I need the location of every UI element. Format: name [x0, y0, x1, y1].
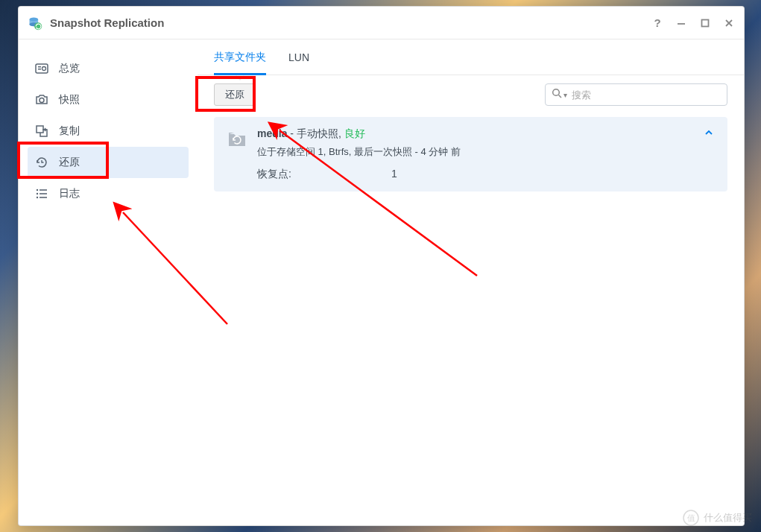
help-button[interactable]: ?	[651, 17, 663, 29]
watermark: 值 什么值得买	[683, 510, 752, 526]
window-title: Snapshot Replication	[50, 16, 651, 29]
camera-icon	[35, 93, 48, 107]
search-icon	[552, 88, 562, 101]
tab-lun[interactable]: LUN	[288, 39, 309, 75]
titlebar: Snapshot Replication ?	[19, 7, 744, 39]
folder-row[interactable]: media - 手动快照, 良好 位于存储空间 1, Btrfs, 最后一次快照…	[214, 117, 727, 191]
tab-label: LUN	[288, 51, 309, 63]
sidebar-item-label: 总览	[59, 62, 80, 75]
restore-button-label: 还原	[225, 88, 244, 101]
svg-point-11	[42, 67, 46, 71]
tabs: 共享文件夹 LUN	[198, 39, 744, 75]
caret-down-icon[interactable]: ▾	[563, 91, 567, 99]
svg-point-14	[37, 189, 38, 191]
svg-point-20	[553, 89, 560, 96]
svg-rect-13	[37, 126, 43, 133]
svg-line-21	[559, 95, 562, 98]
main-content: 共享文件夹 LUN 还原 ▾	[198, 39, 744, 525]
sidebar-item-label: 复制	[59, 124, 80, 138]
watermark-text: 什么值得买	[704, 511, 752, 525]
folder-location: 位于存储空间 1, Btrfs, 最后一次快照 - 4 分钟 前	[257, 145, 704, 159]
folder-recovery-line: 恢复点: 1	[257, 168, 704, 181]
chevron-up-icon[interactable]	[704, 127, 714, 140]
body: 总览 快照 复制 还原	[19, 39, 744, 525]
recovery-label: 恢复点:	[257, 168, 391, 181]
svg-point-12	[40, 98, 44, 103]
log-icon	[35, 187, 48, 200]
toolbar: 还原 ▾	[198, 75, 744, 114]
close-button[interactable]	[723, 17, 735, 29]
copy-icon	[35, 124, 48, 138]
sidebar-item-snapshot[interactable]: 快照	[28, 84, 189, 115]
minimize-button[interactable]	[675, 17, 687, 29]
overview-icon	[35, 62, 48, 75]
tab-label: 共享文件夹	[214, 51, 266, 64]
search-input[interactable]	[572, 89, 721, 101]
sidebar: 总览 快照 复制 还原	[19, 39, 198, 525]
tab-shared-folder[interactable]: 共享文件夹	[214, 39, 266, 75]
search-box[interactable]: ▾	[545, 83, 727, 106]
content-area: media - 手动快照, 良好 位于存储空间 1, Btrfs, 最后一次快照…	[198, 114, 744, 525]
folder-restore-icon	[227, 129, 247, 148]
window-controls: ?	[651, 17, 735, 29]
svg-rect-9	[38, 66, 41, 68]
separator: -	[287, 127, 296, 139]
sidebar-item-replication[interactable]: 复制	[28, 115, 189, 147]
sidebar-item-overview[interactable]: 总览	[28, 53, 189, 84]
folder-info: media - 手动快照, 良好 位于存储空间 1, Btrfs, 最后一次快照…	[257, 127, 704, 181]
restore-icon	[35, 156, 48, 169]
folder-status: 良好	[344, 127, 365, 139]
restore-button[interactable]: 还原	[214, 83, 256, 106]
sidebar-item-label: 快照	[59, 93, 80, 107]
svg-rect-10	[38, 69, 41, 70]
folder-title-line: media - 手动快照, 良好	[257, 127, 704, 141]
svg-rect-5	[702, 19, 709, 26]
sidebar-item-recovery[interactable]: 还原	[28, 147, 189, 178]
sidebar-item-log[interactable]: 日志	[28, 178, 189, 209]
folder-type: 手动快照,	[297, 127, 341, 139]
app-window: Snapshot Replication ? 总览	[18, 6, 745, 526]
sidebar-item-label: 日志	[59, 187, 80, 200]
svg-text:值: 值	[687, 513, 695, 522]
svg-point-16	[37, 193, 38, 194]
svg-text:?: ?	[654, 17, 660, 29]
sidebar-item-label: 还原	[59, 156, 80, 169]
maximize-button[interactable]	[699, 17, 711, 29]
svg-point-18	[37, 197, 38, 198]
folder-name: media	[257, 127, 287, 139]
recovery-count: 1	[391, 168, 397, 181]
app-icon	[28, 16, 42, 31]
